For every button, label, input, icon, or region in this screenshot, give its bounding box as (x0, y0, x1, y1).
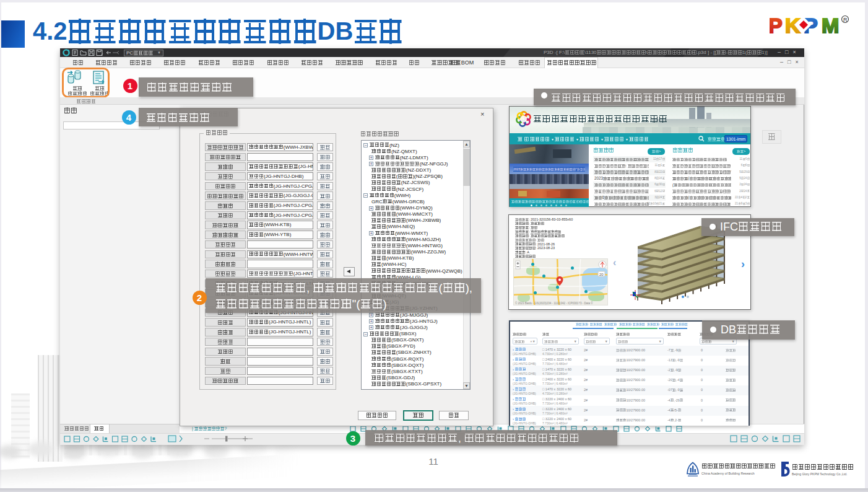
svg-text:20: 20 (599, 273, 604, 276)
svg-text:M: M (822, 14, 839, 37)
svg-text:R: R (843, 17, 848, 23)
svg-text:P: P (770, 14, 783, 37)
svg-text:© 2023 Baidu - GS(2023)234 - 1: © 2023 Baidu - GS(2023)234 - 11111342 - … (515, 301, 593, 305)
